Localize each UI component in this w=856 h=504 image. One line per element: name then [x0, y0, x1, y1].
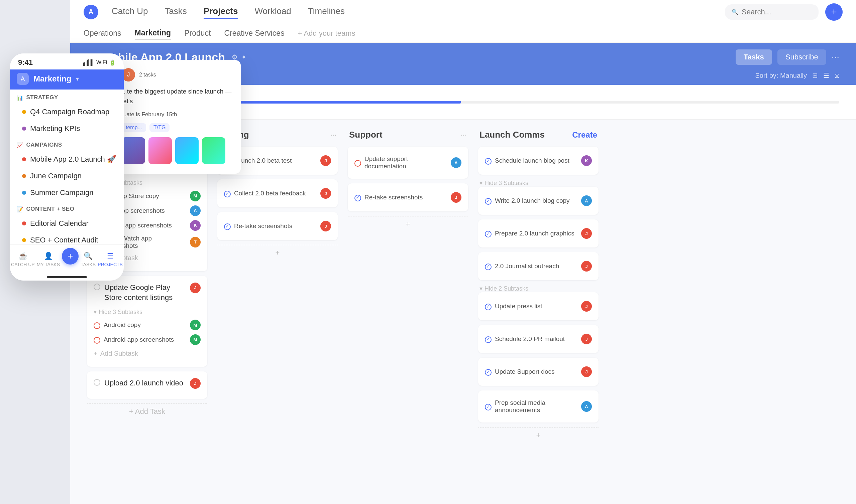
nav-catchup[interactable]: Catch Up: [112, 6, 148, 18]
mobile-add-button[interactable]: +: [62, 248, 79, 265]
search-input[interactable]: [742, 8, 812, 16]
checkbox-pr-mailout[interactable]: [485, 336, 492, 343]
plus-icon: +: [93, 350, 98, 357]
checkbox-schedule-blog[interactable]: [485, 158, 492, 165]
item-marketing-kpis[interactable]: Marketing KPIs: [10, 120, 124, 137]
section-content-seo-label: CONTENT + SEO: [27, 206, 74, 212]
task-press-list-text: Update press list: [495, 303, 542, 310]
nav-tasks[interactable]: Tasks: [165, 6, 187, 18]
view-toggle-icon[interactable]: ⊞: [812, 71, 818, 79]
filter-icon[interactable]: ⧖: [835, 72, 839, 79]
hide-subtasks-1[interactable]: ▾ Hide 3 Subtasks: [478, 179, 599, 187]
tab-product[interactable]: Product: [184, 28, 211, 39]
nav-projects[interactable]: Projects: [204, 6, 238, 18]
create-button[interactable]: Create: [572, 130, 597, 140]
item-june-campaign[interactable]: June Campaign: [10, 168, 124, 184]
subscribe-button[interactable]: Subscribe: [777, 50, 826, 65]
checkbox-launch-graphics[interactable]: [485, 231, 492, 237]
checkbox-support-docs[interactable]: [485, 369, 492, 376]
avatar-beta-feedback: J: [320, 188, 331, 199]
task-press-list: Update press list J: [485, 299, 592, 313]
search-box[interactable]: 🔍: [725, 4, 819, 20]
task-write-blog: Write 2.0 launch blog copy A: [485, 193, 592, 208]
checkbox-beta-feedback[interactable]: [224, 191, 231, 197]
checkbox-journalist[interactable]: [485, 264, 492, 270]
checkbox-android-screenshots[interactable]: [93, 337, 100, 344]
item-q4-roadmap[interactable]: Q4 Campaign Roadmap: [10, 104, 124, 120]
task-card-tasks-count: 2 tasks: [139, 72, 156, 78]
mytasks-icon: 👤: [44, 252, 53, 260]
section-content-seo-header[interactable]: 📝 CONTENT + SEO: [10, 201, 124, 215]
catchup-nav-label: CATCH UP: [11, 262, 35, 267]
mobile-nav-catchup[interactable]: ☕ CATCH UP: [11, 252, 35, 267]
avatar-journalist: J: [581, 261, 592, 272]
global-add-button[interactable]: +: [825, 3, 843, 21]
avatar-support-docs: J: [581, 366, 592, 377]
checkbox-android-copy[interactable]: [93, 322, 100, 329]
item-summer-campaign[interactable]: Summer Campaign: [10, 184, 124, 201]
nav-workload[interactable]: Workload: [255, 6, 291, 18]
avatar-watch: T: [190, 237, 201, 248]
add-team-button[interactable]: + Add your teams: [298, 29, 356, 38]
item-mobile-app[interactable]: Mobile App 2.0 Launch 🚀: [10, 151, 124, 168]
checkbox-press-list[interactable]: [485, 304, 492, 310]
section-campaigns-label: CAMPAIGNS: [27, 142, 62, 148]
checkbox-update-docs[interactable]: [355, 160, 361, 167]
mobile-nav-mytasks[interactable]: 👤 MY TASKS: [37, 252, 60, 267]
mobile-nav-tasks[interactable]: 🔍 TASKS: [81, 252, 96, 267]
tasks-search-icon: 🔍: [84, 252, 92, 260]
column-support: Support ··· Update support documentation…: [348, 130, 468, 494]
task-support-retake: Re-take screenshots J: [355, 190, 461, 205]
section-strategy: 📊 STRATEGY Q4 Campaign Roadmap Marketing…: [10, 90, 124, 137]
task-schedule-blog-text: Schedule launch blog post: [495, 157, 569, 164]
more-options-button[interactable]: ···: [832, 52, 839, 62]
checkbox-retake[interactable]: [224, 223, 231, 230]
avatar-press-list: J: [581, 301, 592, 312]
card-schedule-blog: Schedule launch blog post K: [478, 147, 599, 175]
nav-timelines[interactable]: Timelines: [308, 6, 345, 18]
tab-marketing[interactable]: Marketing: [135, 27, 171, 39]
checkbox-google-play[interactable]: [93, 284, 100, 290]
checkbox-write-blog[interactable]: [485, 198, 492, 205]
checkbox-social-media[interactable]: [485, 404, 492, 411]
tasks-nav-label: TASKS: [81, 262, 96, 267]
column-testing-menu[interactable]: ···: [330, 131, 336, 139]
share-icon[interactable]: ✦: [241, 53, 247, 61]
section-strategy-header[interactable]: 📊 STRATEGY: [10, 90, 124, 104]
dot-seo-audit: [22, 238, 26, 242]
mobile-logo: A: [17, 73, 29, 85]
app-logo: A: [84, 5, 98, 19]
checkbox-launch-video[interactable]: [93, 379, 100, 386]
tab-creative-services[interactable]: Creative Services: [224, 28, 284, 39]
add-task-support[interactable]: +: [348, 216, 468, 232]
task-support-docs-text: Update Support docs: [495, 368, 555, 375]
tab-operations[interactable]: Operations: [84, 28, 121, 39]
checkbox-support-retake[interactable]: [355, 195, 361, 201]
task-update-docs: Update support documentation A: [355, 153, 461, 172]
mobile-team-chevron[interactable]: ▾: [76, 75, 79, 83]
projects-nav-label: PROJECTS: [98, 262, 123, 267]
avatar-update-docs: A: [451, 157, 461, 168]
list-view-icon[interactable]: ☰: [823, 71, 829, 79]
column-support-menu[interactable]: ···: [461, 131, 467, 139]
mobile-nav-projects[interactable]: ☰ PROJECTS: [98, 252, 123, 267]
section-campaigns-header[interactable]: 📈 CAMPAIGNS: [10, 137, 124, 151]
add-task-content[interactable]: + Add Task: [87, 403, 207, 419]
subtask-android-screenshots: Android app screenshots M: [93, 332, 201, 347]
card-social-media: Prep social media announcements A: [478, 391, 599, 422]
add-task-testing[interactable]: +: [217, 245, 338, 260]
task-journalist: 2.0 Journalist outreach J: [485, 259, 592, 273]
tasks-button[interactable]: Tasks: [736, 50, 772, 65]
dot-marketing-kpis: [22, 127, 26, 131]
hide-subtasks-gplay[interactable]: ▾ Hide 3 Subtasks: [93, 306, 201, 318]
item-editorial-calendar[interactable]: Editorial Calendar: [10, 215, 124, 232]
column-launch-comms-title: Launch Comms: [479, 130, 545, 140]
item-marketing-kpis-label: Marketing KPIs: [30, 124, 80, 133]
task-schedule-blog: Schedule launch blog post K: [485, 153, 592, 168]
sort-label[interactable]: Sort by: Manually: [755, 72, 807, 79]
mobile-team-name: Marketing: [33, 74, 71, 84]
add-subtask-gplay[interactable]: + Add Subtask: [93, 347, 201, 360]
card-journalist: 2.0 Journalist outreach J: [478, 252, 599, 280]
add-task-launch-comms[interactable]: +: [478, 427, 599, 443]
hide-subtasks-2[interactable]: ▾ Hide 2 Subtasks: [478, 285, 599, 292]
